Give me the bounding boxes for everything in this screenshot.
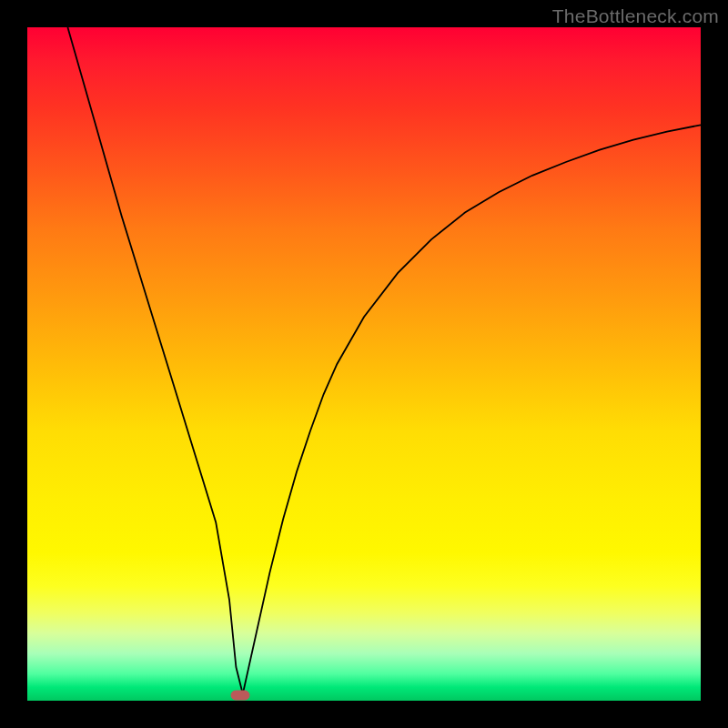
bottleneck-curve <box>67 27 701 694</box>
optimal-point-marker <box>231 691 249 700</box>
plot-area <box>27 27 701 701</box>
watermark: TheBottleneck.com <box>552 5 719 27</box>
chart-svg <box>27 27 701 701</box>
